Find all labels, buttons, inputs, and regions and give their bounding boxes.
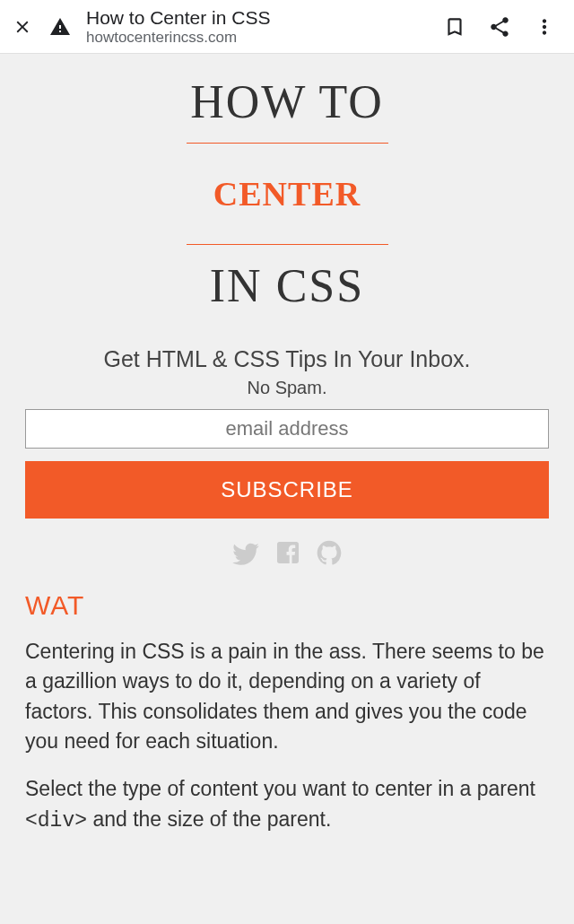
subscribe-button[interactable]: SUBSCRIBE (25, 461, 549, 519)
subscribe-nospam: No Spam. (25, 378, 549, 398)
bookmark-icon[interactable] (443, 15, 466, 39)
subscribe-heading: Get HTML & CSS Tips In Your Inbox. (25, 346, 549, 372)
hero-divider (187, 244, 388, 245)
paragraph: Centering in CSS is a pain in the ass. T… (25, 637, 549, 756)
close-icon[interactable] (11, 15, 34, 39)
hero-line-2: CENTER (25, 158, 549, 230)
title-group[interactable]: How to Center in CSS howtocenterincss.co… (86, 7, 429, 47)
facebook-icon[interactable] (274, 538, 302, 572)
hero: HOW TO CENTER IN CSS (25, 75, 549, 312)
paragraph-text: and the size of the parent. (87, 807, 331, 831)
browser-toolbar: How to Center in CSS howtocenterincss.co… (0, 0, 574, 54)
github-icon[interactable] (315, 538, 344, 572)
section-heading: WAT (25, 590, 549, 621)
page-url: howtocenterincss.com (86, 29, 429, 47)
email-field[interactable] (25, 409, 549, 449)
paragraph-text: Select the type of content you want to c… (25, 777, 535, 800)
social-icons (25, 538, 549, 572)
code-literal: <div> (25, 809, 87, 832)
hero-line-1: HOW TO (25, 75, 549, 128)
share-icon[interactable] (488, 15, 511, 39)
hero-divider (187, 143, 388, 144)
page-content: HOW TO CENTER IN CSS Get HTML & CSS Tips… (0, 54, 574, 863)
warning-icon (48, 15, 72, 39)
hero-line-3: IN CSS (25, 259, 549, 312)
paragraph: Select the type of content you want to c… (25, 774, 549, 836)
page-title: How to Center in CSS (86, 7, 429, 29)
more-icon[interactable] (533, 15, 556, 39)
twitter-icon[interactable] (230, 538, 261, 572)
